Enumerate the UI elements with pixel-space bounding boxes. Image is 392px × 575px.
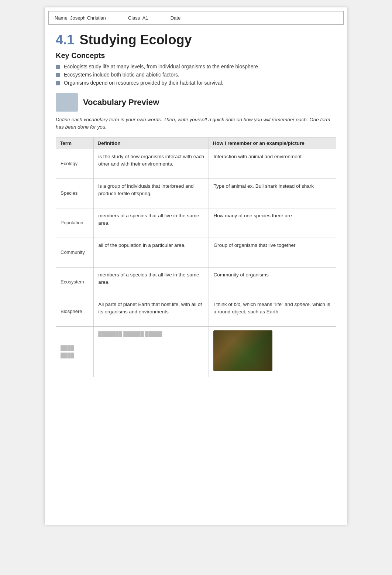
blurred-def-text: ███████ ██████ █████ [98,331,162,337]
def-species: is a group of individuals that interbree… [94,178,209,208]
vocab-preview-header: Vocabulary Preview [56,93,336,112]
vocab-instructions: Define each vocabulary term in your own … [56,116,336,131]
italic-sphere: sphere, [295,302,311,307]
table-row-biosphere: Biosphere All parts of planet Earth that… [56,297,336,326]
remember-blurred [209,326,336,377]
table-row-ecology: Ecology is the study of how organisms in… [56,149,336,178]
term-community: Community [56,238,94,267]
col-header-definition: Definition [94,137,209,149]
header-name: Name Joseph Christian [55,15,106,21]
bullet-item-1: Ecologists study life at many levels, fr… [56,64,336,69]
bullet-item-2: Ecosystems include both biotic and abiot… [56,72,336,78]
bullet-dot-3 [56,81,60,85]
header-bar: Name Joseph Christian Class A1 Date [48,11,344,25]
bullet-dot-2 [56,73,60,77]
key-concepts-section: Key Concepts Ecologists study life at ma… [56,51,336,86]
blurred-term-text: ████ ████ [61,345,74,358]
remember-ecology: Interaction with animal and environment [209,149,336,178]
bullet-text-3: Organisms depend on resources provided b… [64,80,223,86]
table-row-population: Population members of a species that all… [56,208,336,238]
page-content: 4.1 Studying Ecology Key Concepts Ecolog… [45,28,347,388]
term-biosphere: Biosphere [56,297,94,326]
bullet-item-3: Organisms depend on resources provided b… [56,80,336,86]
remember-population: How many of one species there are [209,208,336,238]
col-header-term: Term [56,137,94,149]
vocab-preview-title: Vocabulary Preview [83,98,159,107]
term-ecology: Ecology [56,149,94,178]
bullet-text-1: Ecologists study life at many levels, fr… [64,64,259,69]
header-class: Class A1 [128,15,148,21]
term-population: Population [56,208,94,238]
title-section: 4.1 Studying Ecology [56,32,336,48]
def-community: all of the population in a particular ar… [94,238,209,267]
italic-bio: bio, [234,302,242,307]
nature-image [213,330,272,371]
vocab-icon-block [56,93,78,112]
term-blurred: ████ ████ [56,326,94,377]
table-row-blurred: ████ ████ ███████ ██████ █████ [56,326,336,377]
header-date: Date [171,15,180,21]
page: Name Joseph Christian Class A1 Date 4.1 … [45,7,347,525]
remember-ecosystem: Community of organisms [209,267,336,297]
bullet-text-2: Ecosystems include both biotic and abiot… [64,72,179,78]
key-concepts-heading: Key Concepts [56,51,336,60]
def-biosphere: All parts of planet Earth that host life… [94,297,209,326]
remember-species: Type of animal ex. Bull shark instead of… [209,178,336,208]
remember-biosphere: I think of bio, which means “life” and s… [209,297,336,326]
def-blurred: ███████ ██████ █████ [94,326,209,377]
vocab-table: Term Definition How I remember or an exa… [56,137,336,377]
term-ecosystem: Ecosystem [56,267,94,297]
table-row-ecosystem: Ecosystem members of a species that all … [56,267,336,297]
term-species: Species [56,178,94,208]
table-row-community: Community all of the population in a par… [56,238,336,267]
title-text: Studying Ecology [76,32,192,47]
table-row-species: Species is a group of individuals that i… [56,178,336,208]
col-header-remember: How I remember or an example/picture [209,137,336,149]
def-ecosystem: members of a species that all live in th… [94,267,209,297]
remember-community: Group of organisms that live together [209,238,336,267]
bullet-dot-1 [56,65,60,69]
title-number: 4.1 [56,32,74,47]
table-header-row: Term Definition How I remember or an exa… [56,137,336,149]
def-population: members of a species that all live in th… [94,208,209,238]
def-ecology: is the study of how organisms interact w… [94,149,209,178]
